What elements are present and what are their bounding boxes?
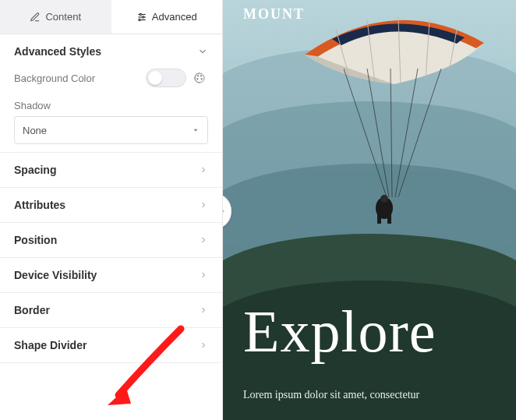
svg-point-10: [197, 79, 199, 80]
section-title: Attributes: [14, 199, 65, 211]
section-attributes-header[interactable]: Attributes: [0, 188, 222, 222]
background-color-label: Background Color: [14, 72, 95, 84]
tab-content[interactable]: Content: [0, 0, 111, 34]
section-shape-divider: Shape Divider: [0, 328, 222, 363]
section-spacing-header[interactable]: Spacing: [0, 153, 222, 187]
svg-line-21: [395, 69, 418, 197]
color-toggle[interactable]: [146, 69, 186, 87]
settings-sidebar: Content Advanced Advanced Styles Backgro…: [0, 0, 223, 420]
preview-brand: MOUNT: [243, 6, 305, 23]
chevron-right-icon: [199, 200, 208, 210]
section-title: Border: [14, 304, 50, 316]
background-color-row: Background Color: [0, 65, 222, 97]
section-title: Advanced Styles: [14, 45, 101, 58]
svg-line-22: [398, 69, 441, 197]
section-title: Device Visibility: [14, 269, 97, 281]
sliders-icon: [136, 12, 147, 23]
svg-line-20: [391, 69, 392, 197]
svg-point-24: [380, 195, 388, 203]
svg-point-9: [201, 79, 203, 80]
section-title: Position: [14, 234, 57, 246]
eyedropper-icon[interactable]: [191, 69, 208, 86]
svg-point-3: [142, 16, 143, 17]
svg-line-19: [367, 69, 389, 197]
background-color-picker[interactable]: [146, 69, 208, 87]
svg-point-1: [140, 13, 141, 15]
chevron-right-icon: [199, 341, 208, 350]
shadow-select[interactable]: None: [14, 116, 208, 144]
pencil-icon: [30, 12, 41, 23]
section-position-header[interactable]: Position: [0, 223, 222, 257]
preview-subtext: Lorem ipsum dolor sit amet, consectetur: [243, 389, 508, 401]
shadow-label: Shadow: [14, 100, 208, 111]
section-border-header[interactable]: Border: [0, 293, 222, 327]
caret-down-icon: [192, 126, 200, 134]
section-advanced-styles: Advanced Styles Background Color Shadow …: [0, 34, 222, 153]
tab-advanced-label: Advanced: [152, 11, 197, 23]
preview-canvas: MOUNT Explore Lorem ipsum dolor sit amet…: [223, 0, 516, 420]
tab-advanced[interactable]: Advanced: [111, 0, 223, 34]
section-device-visibility-header[interactable]: Device Visibility: [0, 258, 222, 292]
svg-marker-11: [194, 129, 198, 132]
svg-line-18: [344, 69, 387, 197]
preview-headline: Explore: [243, 298, 436, 365]
shadow-select-value: None: [23, 125, 47, 136]
section-device-visibility: Device Visibility: [0, 258, 222, 293]
tabs: Content Advanced: [0, 0, 222, 34]
chevron-right-icon: [223, 207, 227, 215]
section-border: Border: [0, 293, 222, 328]
section-position: Position: [0, 223, 222, 258]
svg-point-8: [200, 76, 202, 77]
paraglider-pilot: [369, 191, 399, 225]
svg-rect-26: [387, 214, 391, 224]
svg-point-7: [197, 76, 199, 77]
section-advanced-styles-header[interactable]: Advanced Styles: [0, 34, 222, 65]
panel-body: Advanced Styles Background Color Shadow …: [0, 34, 222, 420]
chevron-right-icon: [199, 165, 208, 175]
section-title: Shape Divider: [14, 339, 87, 351]
section-attributes: Attributes: [0, 188, 222, 223]
chevron-right-icon: [199, 235, 208, 245]
section-spacing: Spacing: [0, 153, 222, 188]
chevron-down-icon: [197, 46, 208, 57]
paraglider-lines: [344, 69, 445, 201]
chevron-right-icon: [199, 270, 208, 280]
shadow-row: Shadow None: [0, 97, 222, 152]
section-title: Spacing: [14, 164, 56, 176]
section-shape-divider-header[interactable]: Shape Divider: [0, 328, 222, 362]
tab-content-label: Content: [45, 11, 81, 23]
chevron-right-icon: [199, 305, 208, 315]
svg-rect-25: [377, 214, 381, 224]
svg-point-5: [139, 19, 140, 20]
